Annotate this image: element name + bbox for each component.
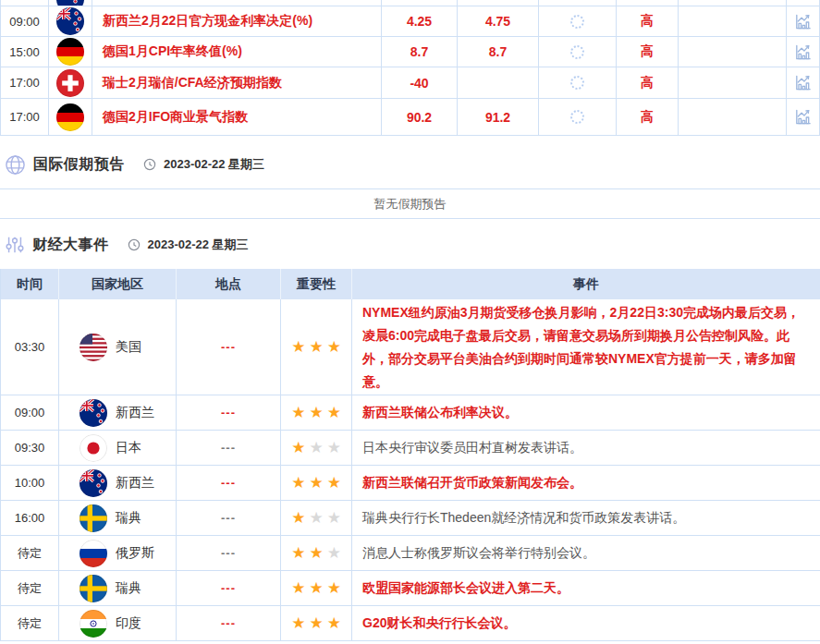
- event-row: 待定印度---★★★G20财长和央行行长会议。: [1, 606, 820, 641]
- event-description: 瑞典央行行长Thedeen就经济情况和货币政策发表讲话。: [352, 501, 820, 536]
- holiday-section-date: 2023-02-22 星期三: [164, 156, 264, 173]
- de-flag-icon: [56, 38, 84, 66]
- event-row: 待定俄罗斯---★★★消息人士称俄罗斯议会将举行特别会议。: [1, 536, 820, 571]
- star-icon: ★: [309, 615, 323, 631]
- location-cell: ---: [177, 606, 281, 641]
- event-time: 待定: [1, 536, 59, 571]
- events-section-header: 财经大事件 2023-02-22 星期三: [5, 231, 820, 259]
- star-icon: ★: [327, 580, 341, 596]
- country-cell: 日本: [59, 431, 177, 466]
- event-description[interactable]: NYMEX纽约原油3月期货受移仓换月影响，2月22日3:30完成场内最后交易，凌…: [352, 299, 820, 395]
- location-cell: ---: [177, 501, 281, 536]
- flag-cell: [49, 67, 92, 99]
- location-cell: ---: [177, 431, 281, 466]
- impact-cell: [679, 99, 787, 136]
- indicator-name[interactable]: 瑞士2月瑞信/CFA经济预期指数: [92, 67, 382, 99]
- partial-flag-slot: [56, 0, 84, 6]
- indicator-name[interactable]: 新西兰2月22日官方现金利率决定(%): [92, 6, 382, 37]
- country-name: 美国: [116, 339, 141, 356]
- star-icon: ★: [291, 475, 305, 491]
- holiday-section-header: 国际假期预告 2023-02-22 星期三: [5, 151, 820, 178]
- forecast-value: [458, 67, 539, 99]
- importance-stars: ★★★: [281, 606, 352, 641]
- event-row: 09:30日本---★★★日本央行审议委员田村直树发表讲话。: [1, 431, 820, 466]
- location-cell: ---: [177, 536, 281, 571]
- star-icon: ★: [309, 580, 323, 596]
- clock-icon: [143, 158, 156, 171]
- event-time: 17:00: [1, 99, 49, 136]
- event-description: 日本央行审议委员田村直树发表讲话。: [352, 431, 820, 466]
- country-name: 瑞典: [116, 510, 141, 527]
- previous-value: 4.25: [382, 6, 458, 37]
- partial-cell: [539, 0, 617, 6]
- importance-stars: ★★★: [281, 466, 352, 501]
- events-table-header: 时间 国家地区 地点 重要性 事件: [1, 269, 820, 299]
- chart-icon-button[interactable]: [787, 37, 820, 67]
- location-cell: ---: [177, 395, 281, 431]
- indicator-name[interactable]: 德国1月CPI年率终值(%): [92, 37, 382, 67]
- forecast-value: 91.2: [458, 99, 539, 136]
- calendar-row: 09:00新西兰2月22日官方现金利率决定(%)4.254.75高: [1, 6, 820, 37]
- in-flag-icon: [80, 610, 107, 638]
- loading-spinner-icon: [570, 15, 584, 29]
- event-time: 09:30: [1, 431, 59, 466]
- loading-spinner-icon: [570, 45, 584, 59]
- country-name: 新西兰: [116, 405, 154, 421]
- country-name: 日本: [116, 440, 141, 456]
- flag-cell: [49, 99, 92, 136]
- country-name: 瑞典: [116, 580, 141, 597]
- country-cell: 印度: [59, 606, 177, 641]
- star-icon: ★: [291, 440, 305, 456]
- event-row: 09:00新西兰---★★★新西兰联储公布利率决议。: [1, 395, 820, 431]
- event-time: 09:00: [1, 6, 49, 37]
- nz-flag-icon: [80, 469, 107, 497]
- flag-cell: [49, 37, 92, 67]
- location-cell: ---: [177, 466, 281, 501]
- previous-value: -40: [382, 67, 458, 99]
- chart-icon-button[interactable]: [787, 6, 820, 37]
- event-row: 10:00新西兰---★★★新西兰联储召开货币政策新闻发布会。: [1, 466, 820, 501]
- country-cell: 新西兰: [59, 395, 177, 431]
- calendar-row: 17:00德国2月IFO商业景气指数90.291.2高: [1, 99, 820, 136]
- star-icon: ★: [291, 510, 305, 526]
- event-time: 17:00: [1, 67, 49, 99]
- calendar-row: 15:00德国1月CPI年率终值(%)8.78.7高: [1, 37, 820, 67]
- event-row: 待定瑞典---★★★欧盟国家能源部长会议进入第二天。: [1, 571, 820, 606]
- forecast-value: 8.7: [458, 37, 539, 67]
- clock-icon: [128, 238, 141, 251]
- importance-stars: ★★★: [281, 431, 352, 466]
- partial-cell: [787, 0, 820, 6]
- chart-icon-button[interactable]: [787, 67, 820, 99]
- previous-value: 90.2: [382, 99, 458, 136]
- star-icon: ★: [291, 405, 305, 420]
- forecast-value: 4.75: [458, 6, 539, 37]
- star-icon: ★: [327, 615, 341, 631]
- published-value-cell: [539, 6, 617, 37]
- partial-cell: [617, 0, 679, 6]
- us-flag-icon: [80, 334, 107, 361]
- event-time: 15:00: [1, 37, 49, 67]
- ru-flag-icon: [80, 540, 107, 567]
- events-section-date: 2023-02-22 星期三: [148, 237, 249, 253]
- chart-icon-button[interactable]: [787, 99, 820, 136]
- previous-value: 8.7: [382, 37, 458, 67]
- star-icon: ★: [327, 510, 341, 526]
- country-cell: 俄罗斯: [59, 536, 177, 571]
- header-time: 时间: [1, 269, 59, 299]
- event-description[interactable]: 新西兰联储召开货币政策新闻发布会。: [352, 466, 820, 501]
- country-name: 新西兰: [116, 475, 154, 492]
- header-event: 事件: [352, 269, 820, 299]
- indicator-name[interactable]: 德国2月IFO商业景气指数: [92, 99, 382, 136]
- partial-cell: [458, 0, 539, 6]
- sliders-icon: [5, 235, 25, 255]
- country-cell: 瑞典: [59, 571, 177, 606]
- event-description[interactable]: 欧盟国家能源部长会议进入第二天。: [352, 571, 820, 606]
- event-time: 16:00: [1, 501, 59, 536]
- event-description[interactable]: 新西兰联储公布利率决议。: [352, 395, 820, 431]
- header-location: 地点: [177, 269, 281, 299]
- star-icon: ★: [309, 405, 323, 420]
- event-description[interactable]: G20财长和央行行长会议。: [352, 606, 820, 641]
- loading-spinner-icon: [570, 76, 584, 90]
- event-row: 03:30美国---★★★NYMEX纽约原油3月期货受移仓换月影响，2月22日3…: [1, 299, 820, 395]
- country-name: 俄罗斯: [116, 545, 154, 562]
